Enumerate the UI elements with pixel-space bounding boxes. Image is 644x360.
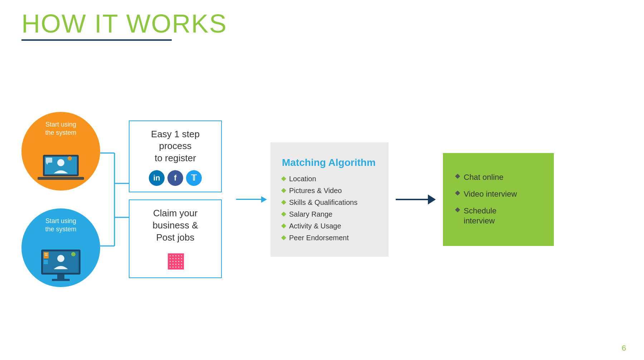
desktop-icon — [36, 244, 86, 283]
circle-employer-label: Start usingthe system — [21, 217, 100, 234]
svg-point-11 — [57, 255, 64, 262]
claim-box: Claim yourbusiness &Post jobs ▦ — [129, 199, 222, 278]
circle-employee-label: Start usingthe system — [21, 120, 100, 137]
header-line — [21, 39, 172, 41]
svg-rect-2 — [38, 177, 84, 180]
arrow-to-results — [396, 194, 436, 204]
svg-rect-16 — [44, 260, 48, 264]
svg-rect-5 — [46, 158, 52, 163]
page-title: HOW IT WORKS — [21, 11, 623, 36]
bullet-icon — [281, 235, 286, 240]
svg-rect-10 — [52, 279, 70, 281]
result-video: Video interview — [456, 189, 541, 199]
algo-activity-text: Activity & Usage — [289, 222, 341, 230]
result-video-text: Video interview — [464, 189, 517, 199]
bullet-icon — [455, 191, 460, 196]
arrow-to-algorithm — [236, 196, 267, 203]
facebook-icon: f — [167, 170, 183, 186]
social-icons: in f 𝕋 — [149, 170, 202, 186]
flow: Start usingthe system — [21, 112, 623, 287]
register-box-title: Easy 1 stepprocessto register — [151, 128, 200, 164]
main-content: Start usingthe system — [0, 44, 644, 354]
result-chat: Chat online — [456, 172, 541, 183]
boxes-column: Easy 1 stepprocessto register in f 𝕋 Cla… — [129, 120, 222, 278]
algo-peer-text: Peer Endorsement — [289, 234, 349, 242]
algo-location-text: Location — [289, 175, 316, 183]
result-chat-text: Chat online — [464, 172, 503, 183]
connector-svg — [100, 114, 129, 285]
svg-point-15 — [71, 252, 75, 256]
circle-employer: Start usingthe system — [21, 208, 100, 287]
bullet-icon — [281, 223, 286, 228]
claim-box-title: Claim yourbusiness &Post jobs — [152, 207, 198, 243]
algorithm-box: Matching Algorithm Location Pictures & V… — [270, 142, 389, 257]
algorithm-title: Matching Algorithm — [282, 157, 377, 168]
big-arrow-line — [396, 199, 428, 200]
page-header: HOW IT WORKS — [0, 0, 644, 44]
big-arrow-head — [428, 194, 436, 204]
linkedin-icon: in — [149, 170, 165, 186]
page-number: 6 — [622, 344, 626, 353]
bullet-icon — [281, 188, 286, 193]
algo-skills-text: Skills & Qualifications — [289, 198, 357, 207]
algo-pictures-text: Pictures & Video — [289, 187, 342, 195]
left-section: Start usingthe system — [21, 112, 222, 287]
results-box: Chat online Video interview Scheduleinte… — [443, 153, 554, 246]
bullet-icon — [455, 174, 460, 179]
laptop-icon — [36, 148, 86, 187]
algo-location: Location — [282, 175, 377, 183]
arrow-head — [261, 196, 267, 203]
algo-skills: Skills & Qualifications — [282, 198, 377, 207]
result-schedule: Scheduleinterview — [456, 206, 541, 226]
result-schedule-text: Scheduleinterview — [464, 206, 497, 226]
circle-employee: Start usingthe system — [21, 112, 100, 191]
bracket-connector — [100, 114, 129, 285]
twitter-icon: 𝕋 — [186, 170, 202, 186]
algo-pictures: Pictures & Video — [282, 187, 377, 195]
svg-point-3 — [57, 159, 64, 166]
bullet-icon — [455, 207, 460, 212]
foursquare-icon: ▦ — [166, 248, 185, 272]
register-box: Easy 1 stepprocessto register in f 𝕋 — [129, 120, 222, 192]
arrow-line — [236, 199, 261, 200]
bullet-icon — [281, 212, 286, 217]
algo-peer: Peer Endorsement — [282, 234, 377, 242]
algo-salary-text: Salary Range — [289, 210, 332, 218]
algo-salary: Salary Range — [282, 210, 377, 218]
bullet-icon — [281, 200, 286, 205]
circles-column: Start usingthe system — [21, 112, 100, 287]
algo-activity: Activity & Usage — [282, 222, 377, 230]
svg-point-4 — [68, 156, 72, 161]
bullet-icon — [281, 176, 286, 181]
svg-rect-9 — [57, 275, 64, 279]
